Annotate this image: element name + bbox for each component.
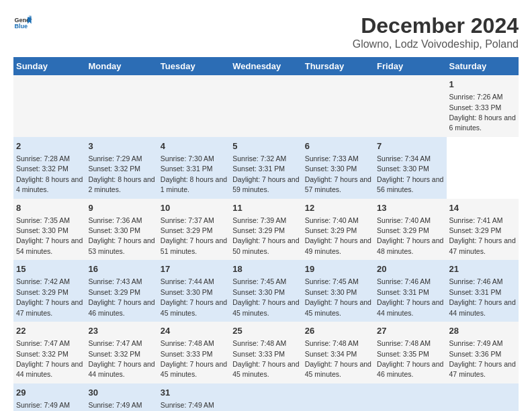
day-number: 26 [305,325,371,337]
subtitle: Glowno, Lodz Voivodeship, Poland [353,38,519,50]
week-row-3: 8Sunrise: 7:35 AMSunset: 3:30 PMDaylight… [13,199,519,261]
day-info: Sunrise: 7:43 AMSunset: 3:29 PMDaylight:… [88,277,154,316]
empty-cell [374,75,446,137]
day-cell-10: 10Sunrise: 7:37 AMSunset: 3:29 PMDayligh… [158,199,230,261]
day-info: Sunrise: 7:47 AMSunset: 3:32 PMDaylight:… [88,339,154,378]
day-cell-29: 29Sunrise: 7:49 AMSunset: 3:37 PMDayligh… [13,383,85,411]
day-info: Sunrise: 7:34 AMSunset: 3:30 PMDaylight:… [377,154,443,193]
day-number: 3 [88,140,154,152]
day-info: Sunrise: 7:45 AMSunset: 3:30 PMDaylight:… [305,277,371,316]
day-cell-3: 3Sunrise: 7:29 AMSunset: 3:32 PMDaylight… [85,137,157,199]
day-number: 2 [16,140,83,152]
empty-cell [230,383,302,411]
day-cell-2: 2Sunrise: 7:28 AMSunset: 3:32 PMDaylight… [13,137,85,199]
day-info: Sunrise: 7:49 AMSunset: 3:38 PMDaylight:… [88,401,154,411]
day-info: Sunrise: 7:48 AMSunset: 3:33 PMDaylight:… [161,339,227,378]
day-cell-11: 11Sunrise: 7:39 AMSunset: 3:29 PMDayligh… [230,199,302,261]
svg-text:Blue: Blue [14,23,28,30]
day-info: Sunrise: 7:32 AMSunset: 3:31 PMDaylight:… [232,154,299,193]
day-header-sunday: Sunday [13,57,85,75]
day-info: Sunrise: 7:49 AMSunset: 3:36 PMDaylight:… [449,339,516,378]
day-number: 21 [449,263,516,275]
day-number: 15 [16,263,83,275]
day-info: Sunrise: 7:49 AMSunset: 3:37 PMDaylight:… [16,401,83,411]
day-cell-4: 4Sunrise: 7:30 AMSunset: 3:31 PMDaylight… [158,137,230,199]
day-number: 10 [161,202,227,214]
day-cell-24: 24Sunrise: 7:48 AMSunset: 3:33 PMDayligh… [158,322,230,383]
main-title: December 2024 [353,13,519,38]
day-cell-18: 18Sunrise: 7:45 AMSunset: 3:30 PMDayligh… [230,260,302,322]
day-cell-26: 26Sunrise: 7:48 AMSunset: 3:34 PMDayligh… [302,322,374,383]
day-number: 18 [232,263,299,275]
day-number: 7 [377,140,443,152]
day-cell-23: 23Sunrise: 7:47 AMSunset: 3:32 PMDayligh… [85,322,157,383]
week-row-2: 2Sunrise: 7:28 AMSunset: 3:32 PMDaylight… [13,137,519,199]
day-number: 8 [16,202,83,214]
week-row-1: 1Sunrise: 7:26 AMSunset: 3:33 PMDaylight… [13,75,519,137]
day-cell-14: 14Sunrise: 7:41 AMSunset: 3:29 PMDayligh… [447,199,519,261]
day-cell-28: 28Sunrise: 7:49 AMSunset: 3:36 PMDayligh… [447,322,519,383]
header-row: SundayMondayTuesdayWednesdayThursdayFrid… [13,57,519,75]
day-cell-9: 9Sunrise: 7:36 AMSunset: 3:30 PMDaylight… [85,199,157,261]
day-info: Sunrise: 7:42 AMSunset: 3:29 PMDaylight:… [16,277,83,316]
day-info: Sunrise: 7:46 AMSunset: 3:31 PMDaylight:… [449,277,516,316]
day-info: Sunrise: 7:28 AMSunset: 3:32 PMDaylight:… [16,154,83,193]
empty-cell [302,75,374,137]
day-number: 5 [232,140,299,152]
day-cell-19: 19Sunrise: 7:45 AMSunset: 3:30 PMDayligh… [302,260,374,322]
day-number: 12 [305,202,371,214]
day-info: Sunrise: 7:33 AMSunset: 3:30 PMDaylight:… [305,154,371,193]
day-number: 22 [16,325,83,337]
day-info: Sunrise: 7:49 AMSunset: 3:39 PMDaylight:… [161,401,227,411]
header: General Blue December 2024 Glowno, Lodz … [13,13,519,50]
day-cell-16: 16Sunrise: 7:43 AMSunset: 3:29 PMDayligh… [85,260,157,322]
day-info: Sunrise: 7:48 AMSunset: 3:34 PMDaylight:… [305,339,371,378]
day-info: Sunrise: 7:41 AMSunset: 3:29 PMDaylight:… [449,216,516,255]
day-cell-25: 25Sunrise: 7:48 AMSunset: 3:33 PMDayligh… [230,322,302,383]
day-cell-15: 15Sunrise: 7:42 AMSunset: 3:29 PMDayligh… [13,260,85,322]
day-cell-30: 30Sunrise: 7:49 AMSunset: 3:38 PMDayligh… [85,383,157,411]
day-info: Sunrise: 7:40 AMSunset: 3:29 PMDaylight:… [377,216,443,255]
day-number: 17 [161,263,227,275]
day-info: Sunrise: 7:44 AMSunset: 3:30 PMDaylight:… [161,277,227,316]
empty-cell [230,75,302,137]
day-cell-12: 12Sunrise: 7:40 AMSunset: 3:29 PMDayligh… [302,199,374,261]
calendar-table: SundayMondayTuesdayWednesdayThursdayFrid… [13,57,519,411]
day-number: 31 [161,387,227,399]
day-header-tuesday: Tuesday [158,57,230,75]
day-info: Sunrise: 7:29 AMSunset: 3:32 PMDaylight:… [88,154,154,193]
day-number: 9 [88,202,154,214]
day-cell-8: 8Sunrise: 7:35 AMSunset: 3:30 PMDaylight… [13,199,85,261]
day-number: 25 [232,325,299,337]
day-cell-27: 27Sunrise: 7:48 AMSunset: 3:35 PMDayligh… [374,322,446,383]
title-section: December 2024 Glowno, Lodz Voivodeship, … [353,13,519,50]
day-cell-22: 22Sunrise: 7:47 AMSunset: 3:32 PMDayligh… [13,322,85,383]
day-number: 1 [449,79,516,91]
empty-cell [13,75,85,137]
day-cell-17: 17Sunrise: 7:44 AMSunset: 3:30 PMDayligh… [158,260,230,322]
week-row-5: 22Sunrise: 7:47 AMSunset: 3:32 PMDayligh… [13,322,519,383]
day-number: 24 [161,325,227,337]
day-info: Sunrise: 7:40 AMSunset: 3:29 PMDaylight:… [305,216,371,255]
logo: General Blue [13,13,32,32]
empty-cell [374,383,446,411]
day-number: 23 [88,325,154,337]
day-info: Sunrise: 7:48 AMSunset: 3:35 PMDaylight:… [377,339,443,378]
day-header-thursday: Thursday [302,57,374,75]
day-cell-7: 7Sunrise: 7:34 AMSunset: 3:30 PMDaylight… [374,137,446,199]
empty-cell [158,75,230,137]
day-header-monday: Monday [85,57,157,75]
day-cell-1: 1Sunrise: 7:26 AMSunset: 3:33 PMDaylight… [447,75,519,137]
empty-cell [447,383,519,411]
day-info: Sunrise: 7:26 AMSunset: 3:33 PMDaylight:… [449,93,516,132]
day-cell-21: 21Sunrise: 7:46 AMSunset: 3:31 PMDayligh… [447,260,519,322]
day-cell-13: 13Sunrise: 7:40 AMSunset: 3:29 PMDayligh… [374,199,446,261]
day-info: Sunrise: 7:39 AMSunset: 3:29 PMDaylight:… [232,216,299,255]
day-info: Sunrise: 7:30 AMSunset: 3:31 PMDaylight:… [161,154,227,193]
empty-cell [302,383,374,411]
day-number: 20 [377,263,443,275]
day-info: Sunrise: 7:37 AMSunset: 3:29 PMDaylight:… [161,216,227,255]
day-info: Sunrise: 7:36 AMSunset: 3:30 PMDaylight:… [88,216,154,255]
day-cell-31: 31Sunrise: 7:49 AMSunset: 3:39 PMDayligh… [158,383,230,411]
week-row-6: 29Sunrise: 7:49 AMSunset: 3:37 PMDayligh… [13,383,519,411]
